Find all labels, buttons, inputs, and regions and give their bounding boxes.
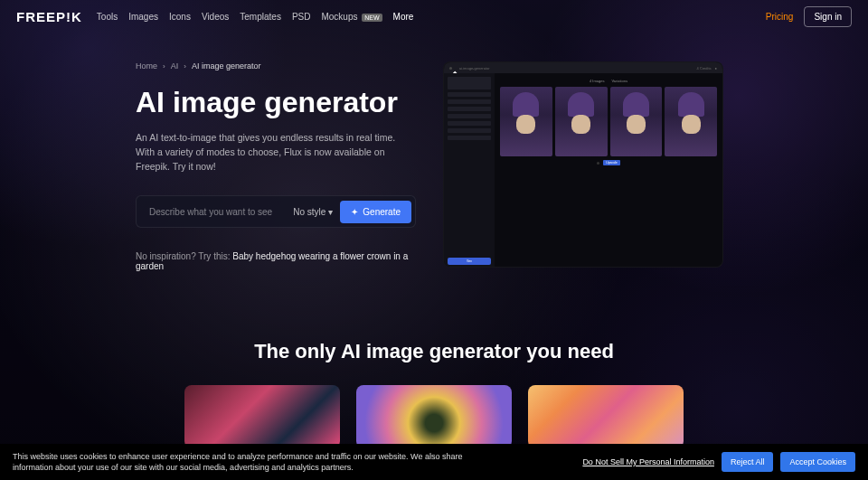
main-content: Home › AI › AI image generator AI image … (0, 33, 868, 271)
nav-videos[interactable]: Videos (202, 12, 229, 22)
generate-label: Generate (363, 207, 401, 217)
showcase-cards (0, 385, 868, 448)
showcase-card[interactable] (356, 385, 512, 448)
preview-tabs: 4 Images Variations (500, 79, 717, 83)
sidebar-row (448, 99, 491, 104)
generate-button[interactable]: ✦ Generate (340, 201, 411, 223)
chevron-down-icon: ▾ (328, 207, 333, 217)
preview-thumb (555, 87, 608, 156)
hero-right: ◆ ai.image-generator 4 Credits ● (443, 61, 732, 271)
nav-templates[interactable]: Templates (240, 12, 281, 22)
preview-grid (500, 87, 717, 156)
chevron-right-icon: › (163, 62, 165, 71)
preview-thumb (500, 87, 552, 156)
signin-button[interactable]: Sign in (804, 6, 852, 27)
sidebar-row (448, 114, 491, 118)
section-showcase: The only AI image generator you need (0, 340, 868, 448)
style-label: No style (293, 207, 326, 217)
upscale-button: Upscale (603, 160, 620, 165)
sidebar-row (448, 121, 491, 126)
preview-tab-images: 4 Images (590, 79, 604, 83)
nav-more[interactable]: More (393, 12, 414, 22)
reject-cookies-button[interactable]: Reject All (722, 452, 774, 472)
nav-mockups[interactable]: Mockups NEW (321, 12, 382, 22)
new-badge: NEW (362, 14, 382, 22)
preview-url: ai.image-generator (459, 66, 490, 71)
preview-pager: Upscale (500, 160, 717, 165)
sidebar-row (448, 107, 491, 111)
preview-thumb (610, 87, 663, 156)
app-icon: ◆ (449, 67, 452, 70)
avatar-icon: ● (715, 66, 717, 71)
header-right: Pricing Sign in (766, 6, 852, 27)
preview-tab-variations: Variations (611, 79, 627, 83)
showcase-card[interactable] (184, 385, 340, 448)
sidebar-row (448, 92, 491, 97)
breadcrumb-ai[interactable]: AI (171, 61, 179, 71)
cookie-text: This website uses cookies to enhance use… (13, 451, 465, 473)
breadcrumb-current: AI image generator (192, 61, 261, 71)
main-nav: Tools Images Icons Videos Templates PSD … (97, 12, 414, 22)
inspiration-label: No inspiration? Try this: (136, 251, 232, 261)
accept-cookies-button[interactable]: Accept Cookies (780, 452, 855, 472)
style-select[interactable]: No style ▾ (286, 207, 340, 217)
wand-icon: ✦ (351, 207, 358, 217)
hero-left: Home › AI › AI image generator AI image … (136, 61, 416, 271)
chevron-right-icon: › (184, 62, 186, 71)
preview-body: Gen 4 Images Variations Up (444, 73, 722, 268)
logo[interactable]: FREEP!K (16, 9, 82, 24)
nav-tools[interactable]: Tools (97, 12, 118, 22)
section-title: The only AI image generator you need (0, 340, 868, 363)
nav-icons[interactable]: Icons (169, 12, 191, 22)
hero-description: An AI text-to-image that gives you endle… (136, 131, 416, 174)
sidebar-row (448, 128, 491, 133)
preview-toolbar: ◆ ai.image-generator 4 Credits ● (444, 62, 722, 73)
sidebar-generate: Gen (448, 258, 491, 265)
breadcrumb-home[interactable]: Home (136, 61, 157, 71)
preview-sidebar: Gen (444, 73, 495, 268)
nav-psd[interactable]: PSD (292, 12, 311, 22)
sidebar-row (448, 77, 491, 89)
page-title: AI image generator (136, 87, 416, 118)
pager-dot (597, 162, 599, 165)
inspiration: No inspiration? Try this: Baby hedgehog … (136, 251, 416, 271)
credits-label: 4 Credits (697, 66, 712, 71)
cookie-banner: This website uses cookies to enhance use… (0, 444, 868, 480)
sidebar-row (448, 136, 491, 140)
app-preview: ◆ ai.image-generator 4 Credits ● (443, 61, 723, 268)
preview-main: 4 Images Variations Upscale (495, 73, 722, 268)
showcase-card[interactable] (528, 385, 684, 448)
prompt-input[interactable] (140, 207, 286, 217)
cookie-privacy-link[interactable]: Do Not Sell My Personal Information (582, 457, 714, 466)
prompt-bar: No style ▾ ✦ Generate (136, 195, 416, 228)
preview-thumb (665, 87, 717, 156)
nav-mockups-label: Mockups (321, 12, 357, 22)
site-header: FREEP!K Tools Images Icons Videos Templa… (0, 0, 868, 33)
nav-images[interactable]: Images (128, 12, 158, 22)
breadcrumb: Home › AI › AI image generator (136, 61, 416, 71)
cookie-actions: Do Not Sell My Personal Information Reje… (582, 452, 855, 472)
pricing-link[interactable]: Pricing (766, 12, 794, 22)
